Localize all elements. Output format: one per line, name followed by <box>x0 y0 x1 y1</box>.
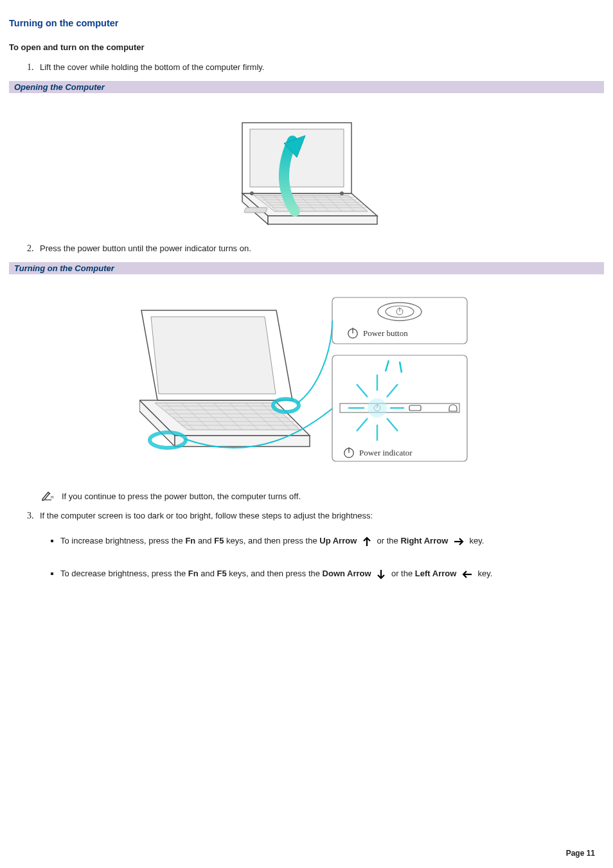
figure-opening-computer <box>9 97 604 232</box>
svg-point-20 <box>340 191 344 195</box>
right-arrow-icon <box>453 536 465 547</box>
figure-caption-opening: Opening the Computer <box>9 81 604 93</box>
step-1: Lift the cover while holding the bottom … <box>36 62 604 72</box>
power-button-label: Power button <box>363 328 408 338</box>
svg-text:n: n <box>51 494 53 500</box>
step-2: Press the power button until the power i… <box>36 244 604 253</box>
svg-marker-2 <box>268 216 377 224</box>
note-text: If you continue to press the power butto… <box>62 492 301 501</box>
bullet-increase: To increase brightness, press the Fn and… <box>60 532 604 549</box>
svg-rect-16 <box>244 208 267 213</box>
down-arrow-icon <box>376 569 386 580</box>
step-3: If the computer screen is too dark or to… <box>36 511 604 520</box>
svg-point-19 <box>250 191 254 195</box>
svg-marker-40 <box>151 317 276 394</box>
bullet-decrease: To decrease brightness, press the Fn and… <box>60 565 604 582</box>
figure-turning-on-computer: Power button <box>9 278 604 471</box>
page-number: Page 11 <box>566 849 595 858</box>
svg-rect-18 <box>250 129 344 187</box>
laptop-opening-illustration <box>223 97 390 232</box>
power-indicator-label: Power indicator <box>359 448 413 457</box>
svg-marker-24 <box>175 436 310 447</box>
sub-heading: To open and turn on the computer <box>9 42 604 52</box>
laptop-power-illustration: Power button <box>139 278 474 471</box>
note-row: n If you continue to press the power but… <box>41 490 604 502</box>
up-arrow-icon <box>362 536 372 547</box>
svg-point-63 <box>368 398 387 418</box>
note-icon: n <box>41 490 55 502</box>
left-arrow-icon <box>461 569 473 580</box>
figure-caption-turning-on: Turning on the Computer <box>9 262 604 274</box>
section-title: Turning on the computer <box>9 18 604 28</box>
